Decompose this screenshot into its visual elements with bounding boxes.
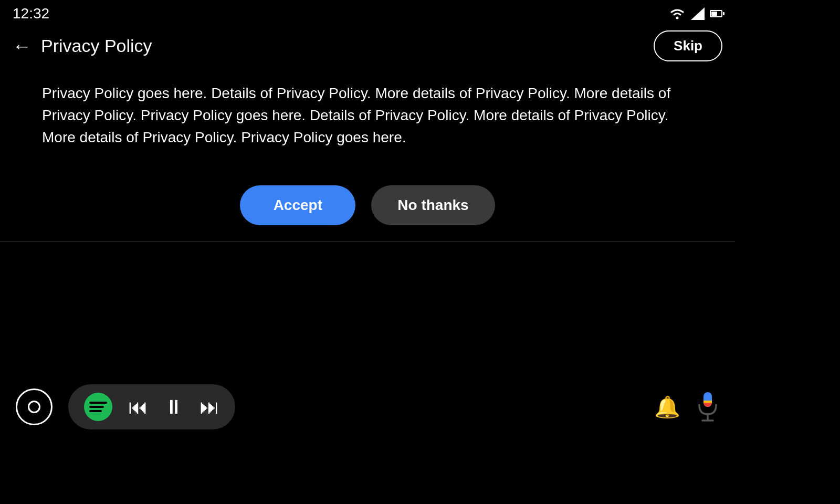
divider: [0, 241, 735, 242]
player-controls: [68, 384, 235, 429]
prev-button[interactable]: [128, 396, 148, 418]
signal-icon: [691, 7, 705, 20]
svg-rect-6: [704, 403, 712, 407]
battery-icon: [710, 10, 722, 17]
status-bar: 12:32: [0, 0, 735, 25]
status-time: 12:32: [13, 5, 49, 22]
skip-button[interactable]: Skip: [654, 30, 722, 61]
stripe-bot: [89, 410, 102, 412]
stripe-top: [89, 402, 107, 404]
policy-text: Privacy Policy goes here. Details of Pri…: [42, 82, 693, 149]
svg-rect-7: [704, 401, 712, 403]
pause-button[interactable]: [164, 396, 184, 418]
bell-icon[interactable]: 🔔: [654, 395, 680, 419]
back-button[interactable]: ←: [13, 35, 32, 57]
stripe-mid: [89, 406, 104, 408]
next-button[interactable]: [200, 396, 219, 418]
spotify-stripes: [89, 402, 107, 412]
record-inner-icon: [28, 401, 40, 413]
page-title: Privacy Policy: [41, 36, 152, 56]
svg-marker-1: [691, 7, 705, 20]
spotify-icon[interactable]: [84, 393, 112, 421]
header: ← Privacy Policy Skip: [0, 25, 735, 72]
status-icons: [669, 7, 722, 20]
wifi-icon: [669, 7, 686, 20]
action-buttons: Accept No thanks: [0, 164, 735, 241]
bottom-bar: 🔔: [0, 373, 735, 441]
mic-icon[interactable]: [696, 391, 719, 423]
svg-point-0: [676, 17, 679, 19]
content-area: Privacy Policy goes here. Details of Pri…: [0, 72, 735, 164]
bottom-right-icons: 🔔: [654, 391, 719, 423]
no-thanks-button[interactable]: No thanks: [371, 185, 495, 225]
record-button[interactable]: [16, 388, 52, 425]
accept-button[interactable]: Accept: [240, 185, 355, 225]
header-left: ← Privacy Policy: [13, 35, 152, 57]
